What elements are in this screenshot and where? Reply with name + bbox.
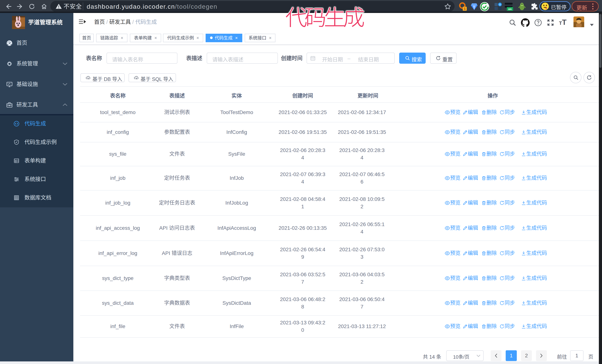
svg-text:1: 1 bbox=[464, 7, 465, 10]
svg-text:on: on bbox=[508, 7, 512, 10]
